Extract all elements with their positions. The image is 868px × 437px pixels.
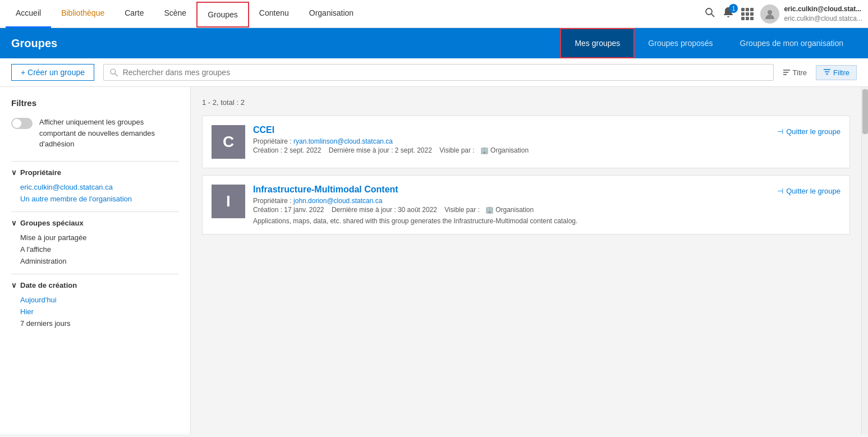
groups-header: Groupes Mes groupes Groupes proposés Gro… [0, 28, 868, 58]
group-name-infrastructure[interactable]: Infrastructure-Multimodal Content [253, 185, 769, 195]
apps-grid-button[interactable] [741, 8, 754, 20]
user-profile[interactable]: eric.culkin@cloud.stat... eric.culkin@cl… [760, 4, 862, 24]
sidebar: Filtres Afficher uniquement les groupes … [0, 87, 191, 434]
creation-infra: Création : 17 janv. 2022 [253, 206, 324, 214]
group-thumb-ccei: C [212, 125, 245, 159]
filter-special-affiche: A l'affiche [11, 243, 179, 255]
filter-icon [823, 69, 831, 76]
update-ccei: Dernière mise à jour : 2 sept. 2022 [329, 146, 432, 154]
owner-email-infra[interactable]: john.dorion@cloud.statcan.ca [293, 197, 382, 205]
visible-value-ccei: Organisation [490, 146, 529, 154]
group-meta-owner-infra: Propriétaire : john.dorion@cloud.statcan… [253, 197, 769, 205]
toggle-row: Afficher uniquement les groupes comporta… [11, 117, 179, 150]
groupes-speciaux-header[interactable]: ∨ Groupes spéciaux [11, 219, 179, 227]
sort-icon [783, 69, 791, 76]
toggle-label: Afficher uniquement les groupes comporta… [39, 117, 179, 150]
svg-line-4 [115, 73, 118, 76]
group-meta-owner-ccei: Propriétaire : ryan.tomlinson@cloud.stat… [253, 137, 769, 145]
filter-button[interactable]: Filtre [816, 65, 857, 80]
filter-date-7jours: 7 derniers jours [11, 318, 179, 329]
toolbar: + Créer un groupe Titre Filtre [0, 58, 868, 87]
update-infra: Dernière mise à jour : 30 août 2022 [332, 206, 437, 214]
organisation-icon-ccei: 🏢 [480, 146, 489, 154]
group-name-ccei[interactable]: CCEI [253, 125, 769, 135]
filter-section-date: ∨ Date de création Aujourd'hui Hier 7 de… [11, 281, 179, 329]
toggle-knob [12, 119, 21, 128]
groups-tabs: Mes groupes Groupes proposés Groupes de … [560, 28, 857, 58]
leave-group-ccei[interactable]: ⊣ Quitter le groupe [777, 127, 841, 136]
group-thumb-infrastructure: I [212, 185, 245, 218]
filter-owner-autre[interactable]: Un autre membre de l'organisation [11, 193, 179, 205]
svg-point-3 [111, 69, 116, 74]
top-nav-right: 1 eric.culkin@cloud.stat... eric.culkin@… [704, 4, 862, 24]
visible-label-infra: Visible par : [444, 206, 479, 214]
nav-item-scene[interactable]: Scène [154, 0, 196, 28]
owner-label-ccei: Propriétaire : [253, 137, 292, 145]
new-requests-toggle[interactable] [11, 118, 33, 129]
group-meta-dates-infra: Création : 17 janv. 2022 Dernière mise à… [253, 206, 769, 214]
date-creation-header[interactable]: ∨ Date de création [11, 281, 179, 289]
chevron-down-icon: ∨ [11, 168, 17, 177]
sort-button[interactable]: Titre [783, 68, 807, 77]
proprietaire-header[interactable]: ∨ Propriétaire [11, 168, 179, 177]
search-input[interactable] [123, 68, 768, 77]
notif-badge: 1 [729, 4, 738, 13]
notification-button[interactable]: 1 [722, 6, 734, 21]
owner-label-infra: Propriétaire : [253, 197, 292, 205]
results-count: 1 - 2, total : 2 [202, 98, 850, 107]
search-bar [103, 64, 774, 81]
nav-items: Accueil Bibliothèque Carte Scène Groupes… [6, 0, 704, 28]
nav-item-contenu[interactable]: Contenu [249, 0, 299, 28]
owner-email-ccei[interactable]: ryan.tomlinson@cloud.statcan.ca [293, 137, 393, 145]
groups-page-title: Groupes [11, 37, 560, 50]
filter-label: Filtre [833, 68, 849, 77]
group-description-infra: Applications, maps, data, etc. shared wi… [253, 217, 769, 225]
filter-section-proprietaire: ∨ Propriétaire eric.culkin@cloud.statcan… [11, 168, 179, 205]
group-info-infrastructure: Infrastructure-Multimodal Content Propri… [253, 185, 769, 225]
user-email-primary: eric.culkin@cloud.stat... [784, 4, 862, 14]
svg-line-1 [711, 14, 714, 17]
group-card-infrastructure: I Infrastructure-Multimodal Content Prop… [202, 175, 850, 234]
filter-date-today[interactable]: Aujourd'hui [11, 294, 179, 306]
user-email-secondary: eric.culkin@cloud.statca... [784, 14, 862, 24]
user-text: eric.culkin@cloud.stat... eric.culkin@cl… [784, 4, 862, 24]
visible-value-infra: Organisation [495, 206, 534, 214]
proprietaire-title: Propriétaire [20, 168, 61, 177]
tab-groupes-proposes[interactable]: Groupes proposés [635, 28, 726, 58]
nav-item-bibliotheque[interactable]: Bibliothèque [51, 0, 114, 28]
leave-icon-ccei: ⊣ [777, 127, 783, 136]
sort-label: Titre [793, 68, 807, 77]
create-group-button[interactable]: + Créer un groupe [11, 64, 94, 81]
search-icon[interactable] [704, 7, 715, 21]
filter-special-admin: Administration [11, 255, 179, 267]
filter-owner-eric[interactable]: eric.culkin@cloud.statcan.ca [11, 181, 179, 193]
leave-label-ccei: Quitter le groupe [786, 127, 841, 136]
groupes-speciaux-title: Groupes spéciaux [20, 219, 84, 227]
filters-title: Filtres [11, 98, 179, 108]
group-card-ccei: C CCEI Propriétaire : ryan.tomlinson@clo… [202, 116, 850, 168]
top-nav: Accueil Bibliothèque Carte Scène Groupes… [0, 0, 868, 28]
tab-groupes-organisation[interactable]: Groupes de mon organisation [727, 28, 857, 58]
visible-label-ccei: Visible par : [439, 146, 474, 154]
svg-point-2 [768, 10, 772, 15]
leave-group-infrastructure[interactable]: ⊣ Quitter le groupe [777, 187, 841, 195]
leave-icon-infra: ⊣ [777, 187, 783, 195]
group-meta-dates-ccei: Création : 2 sept. 2022 Dernière mise à … [253, 146, 769, 154]
filter-date-hier[interactable]: Hier [11, 306, 179, 318]
nav-item-carte[interactable]: Carte [114, 0, 154, 28]
filter-section-groupes-speciaux: ∨ Groupes spéciaux Mise à jour partagée … [11, 219, 179, 267]
nav-item-organisation[interactable]: Organisation [299, 0, 364, 28]
chevron-down-icon-3: ∨ [11, 281, 17, 289]
divider-2 [11, 211, 179, 212]
groups-list: 1 - 2, total : 2 C CCEI Propriétaire : r… [191, 87, 861, 434]
leave-label-infra: Quitter le groupe [786, 187, 841, 195]
nav-item-groupes[interactable]: Groupes [196, 2, 249, 27]
tab-mes-groupes[interactable]: Mes groupes [560, 28, 635, 58]
group-info-ccei: CCEI Propriétaire : ryan.tomlinson@cloud… [253, 125, 769, 155]
filter-special-maj: Mise à jour partagée [11, 232, 179, 243]
scrollbar[interactable] [861, 87, 868, 434]
chevron-down-icon-2: ∨ [11, 219, 17, 227]
nav-item-accueil[interactable]: Accueil [6, 0, 51, 28]
scroll-thumb[interactable] [862, 89, 868, 134]
svg-point-0 [706, 8, 712, 15]
